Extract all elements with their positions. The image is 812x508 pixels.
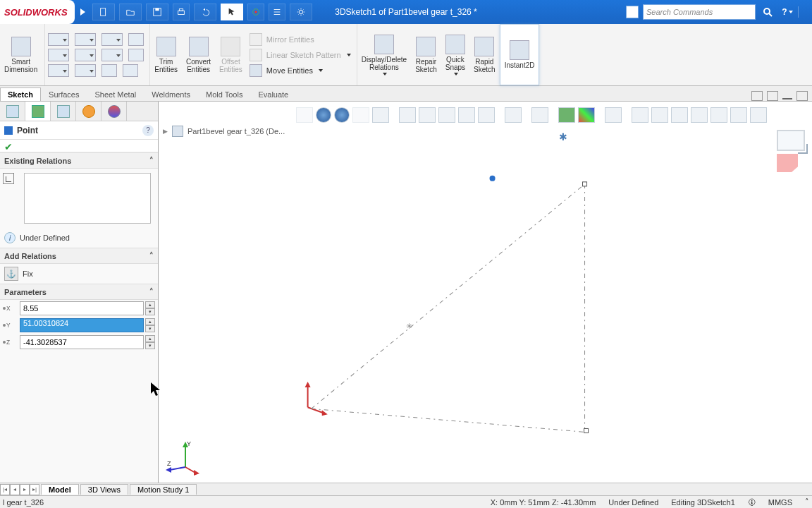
instant2d-button[interactable]: Instant2D [500,24,540,85]
search-input[interactable]: Search Commands [643,4,756,20]
command-manager-tabs: Sketch Surfaces Sheet Metal Weldments Mo… [0,86,812,102]
param-z-spinner[interactable]: ▴▾ [145,335,155,349]
slot-tool-button[interactable] [48,64,69,77]
menu-flyout-icon[interactable] [80,8,85,16]
dimxpert-manager-tab[interactable] [76,102,102,121]
options-list-button[interactable] [269,4,285,20]
repair-sketch-button[interactable]: Repair Sketch [411,24,441,85]
svg-line-24 [185,467,195,473]
svg-line-11 [308,407,324,413]
graphics-viewport[interactable]: ▶ Part1bevel gear t_326 (De... ✱ [159,102,812,483]
motion-study-tabs: |◂◂▸▸| Model 3D Views Motion Study 1 [0,483,812,495]
tab-surfaces[interactable]: Surfaces [41,87,87,101]
svg-point-18 [490,176,496,181]
plane-tool-button[interactable] [123,64,138,77]
select-button[interactable] [221,4,243,20]
svg-line-22 [170,467,185,470]
status-file: l gear t_326 [3,498,44,507]
minimize-ribbon-icon[interactable] [782,98,792,99]
new-doc-button[interactable] [92,4,115,20]
rectangle2-tool-button[interactable] [48,49,69,61]
add-relations-header[interactable]: Add Relations˄ [0,248,158,264]
tab-weldments[interactable]: Weldments [144,87,198,101]
tab-nav-buttons[interactable]: |◂◂▸▸| [0,484,39,495]
move-entities-button[interactable]: Move Entities [250,64,351,77]
status-expand-icon[interactable]: ˄ [805,497,809,507]
param-y-input[interactable]: 51.00310824 [20,318,144,332]
ellipse-tool-button[interactable] [75,64,96,77]
parameters-header[interactable]: Parameters˄ [0,284,158,300]
arc-tool-button[interactable] [75,49,96,61]
display-relations-button[interactable]: Display/Delete Relations [357,24,411,85]
param-z-input[interactable] [20,335,144,349]
status-custom-icon[interactable]: 🛈 [748,498,756,507]
line-tool-button[interactable] [48,33,69,46]
tab-model[interactable]: Model [41,484,79,495]
tab-sheet-metal[interactable]: Sheet Metal [87,87,144,101]
svg-point-7 [299,10,302,13]
rectangle-tool-button[interactable] [128,33,144,46]
property-manager-panel: Point ? ✔ Existing Relations˄ i Under De… [0,102,159,483]
param-x-spinner[interactable]: ▴▾ [145,301,155,315]
help-icon[interactable]: ? [780,4,795,20]
tab-3d-views[interactable]: 3D Views [80,484,128,495]
status-units[interactable]: MMGS [768,498,792,507]
status-bar: l gear t_326 X: 0mm Y: 51mm Z: -41.30mm … [0,495,812,508]
convert-entities-button[interactable]: Convert Entities [182,24,215,85]
open-button[interactable] [119,4,142,20]
point-icon [4,126,13,135]
polygon-tool-button[interactable] [102,49,123,61]
smart-dimension-button[interactable]: Smart Dimension [0,24,45,85]
main-workspace: Point ? ✔ Existing Relations˄ i Under De… [0,102,812,483]
tab-evaluate[interactable]: Evaluate [250,87,296,101]
param-x-input[interactable] [20,301,144,315]
circle-tool-button[interactable] [75,33,96,46]
tab-motion-study[interactable]: Motion Study 1 [130,484,197,495]
ribbon-toolbar: Smart Dimension Trim Entities Convert En… [0,24,812,86]
trim-entities-button[interactable]: Trim Entities [150,24,182,85]
expand-panel-icon[interactable] [751,91,763,101]
print-button[interactable] [173,4,190,20]
ok-check-icon[interactable]: ✔ [4,141,13,152]
param-y-row: Y 51.00310824 ▴▾ [0,317,158,334]
property-manager-tab[interactable] [25,102,51,121]
svg-rect-0 [100,8,105,16]
feature-manager-tab[interactable] [0,102,25,121]
status-definition: Under Defined [608,498,658,507]
sketch-geometry: ✳ [159,102,812,483]
existing-relations-header[interactable]: Existing Relations˄ [0,152,158,169]
property-help-icon[interactable]: ? [142,125,154,136]
undo-button[interactable] [194,4,216,20]
point-tool-button[interactable] [128,49,144,61]
anchor-icon: ⚓ [4,267,18,281]
property-title-bar: Point ? [0,121,158,140]
linear-pattern-button: Linear Sketch Pattern [250,49,351,61]
configuration-manager-tab[interactable] [51,102,76,121]
tab-sketch[interactable]: Sketch [0,87,41,101]
search-icon[interactable] [760,4,775,20]
svg-point-8 [764,8,770,14]
mirror-entities-button: Mirror Entities [250,33,351,46]
rapid-sketch-button[interactable]: Rapid Sketch [469,24,500,85]
save-button[interactable] [146,4,168,20]
fix-relation-button[interactable]: ⚓ Fix [0,264,158,284]
svg-rect-4 [179,9,183,11]
spline-tool-button[interactable] [102,33,123,46]
orientation-triad[interactable]: Y Z [166,440,201,476]
param-y-spinner[interactable]: ▴▾ [145,318,155,332]
sketch-tools-group [45,24,150,85]
collapse-panel-icon[interactable] [767,91,778,101]
quick-snaps-button[interactable]: Quick Snaps [441,24,469,85]
display-manager-tab[interactable] [102,102,127,121]
info-icon: i [4,232,16,243]
rebuild-button[interactable] [247,4,264,20]
offset-entities-button: Offset Entities [215,24,247,85]
search-dropdown-button[interactable] [626,6,639,18]
tab-mold-tools[interactable]: Mold Tools [198,87,250,101]
text-tool-button[interactable] [102,64,117,77]
settings-button[interactable] [290,4,312,20]
svg-marker-25 [194,470,199,476]
close-viewport-icon[interactable] [796,91,808,101]
relations-list[interactable] [24,173,151,224]
quick-access-toolbar [92,4,312,20]
